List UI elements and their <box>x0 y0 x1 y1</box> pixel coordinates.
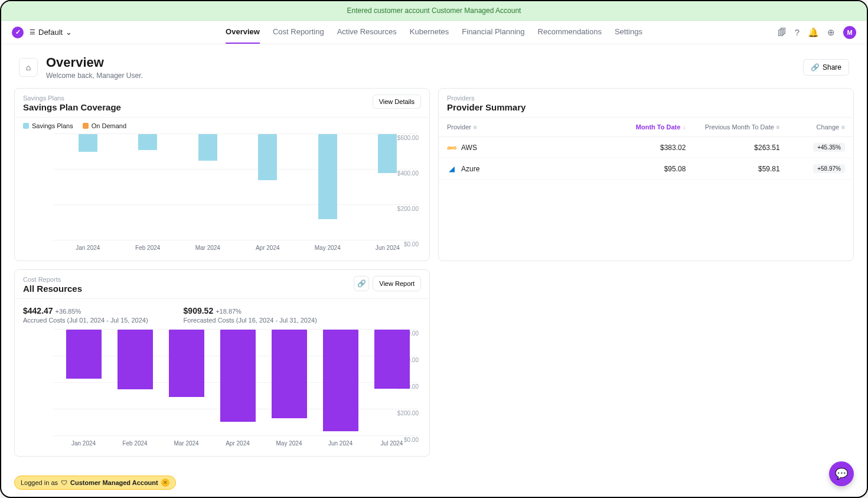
bell-icon[interactable]: 🔔 <box>808 27 819 38</box>
legend-swatch <box>83 123 89 129</box>
nav-settings[interactable]: Settings <box>615 21 642 44</box>
x-label: May 2024 <box>276 440 302 447</box>
home-icon[interactable]: ⌂ <box>19 58 38 77</box>
bar[interactable] <box>378 134 397 173</box>
help-icon[interactable]: ? <box>795 27 800 37</box>
bar[interactable] <box>79 134 97 152</box>
x-label: Jun 2024 <box>376 245 400 251</box>
bar[interactable] <box>138 134 157 150</box>
workspace-selector[interactable]: ☰ Default ⌄ <box>30 28 72 37</box>
nav-cost-reporting[interactable]: Cost Reporting <box>273 21 324 44</box>
link-icon: 🔗 <box>811 63 820 71</box>
stat-sub: Accrued Costs (Jul 01, 2024 - Jul 15, 20… <box>23 317 148 324</box>
chat-fab[interactable]: 💬 <box>829 461 854 486</box>
page-subtitle: Welcome back, Manager User. <box>46 71 143 80</box>
bar-col: Jul 2024 <box>366 330 417 436</box>
column-header[interactable]: Change≡ <box>780 123 845 131</box>
nav-active-resources[interactable]: Active Resources <box>337 21 397 44</box>
mtd-value: $383.02 <box>592 144 686 152</box>
nav-financial-planning[interactable]: Financial Planning <box>462 21 524 44</box>
bar[interactable] <box>220 330 256 422</box>
provider-name: AWS <box>461 144 477 152</box>
page-title: Overview <box>46 55 143 70</box>
clipboard-icon[interactable]: 🗐 <box>778 27 787 37</box>
bars-group: Jan 2024Feb 2024Mar 2024Apr 2024May 2024… <box>58 330 417 436</box>
x-label: Mar 2024 <box>195 245 220 251</box>
card-title: Provider Summary <box>447 102 526 112</box>
chat-icon: 💬 <box>835 467 848 480</box>
add-icon[interactable]: ⊕ <box>827 27 835 38</box>
page-header: ⌂ Overview Welcome back, Manager User. 🔗… <box>1 44 867 88</box>
column-header[interactable]: Previous Month To Date≡ <box>686 123 779 131</box>
provider-row[interactable]: ◢Azure $95.08 $59.81 +58.97% <box>439 158 853 180</box>
bar-col: Mar 2024 <box>161 330 212 436</box>
legend-label: On Demand <box>92 122 126 129</box>
sort-icon: ≡ <box>474 124 477 131</box>
savings-chart: $0.00$200.00$400.00$600.00Jan 2024Feb 20… <box>15 129 429 261</box>
aws-icon: aws <box>447 144 456 152</box>
change-badge: +45.35% <box>813 143 845 152</box>
provider-row[interactable]: awsAWS $383.02 $263.51 +45.35% <box>439 137 853 158</box>
shield-icon: 🛡 <box>61 479 67 486</box>
legend-item: Savings Plans <box>23 122 73 129</box>
sort-icon: ≡ <box>776 124 780 131</box>
link-copy-button[interactable]: 🔗 <box>354 276 369 291</box>
nav-kubernetes[interactable]: Kubernetes <box>410 21 449 44</box>
bar[interactable] <box>66 330 102 379</box>
view-details-button[interactable]: View Details <box>373 95 421 109</box>
x-label: Apr 2024 <box>256 245 280 251</box>
bar[interactable] <box>169 330 204 397</box>
workspace-name: Default <box>38 28 63 37</box>
column-header[interactable]: Month To Date↓ <box>592 123 686 131</box>
user-avatar[interactable]: M <box>843 26 856 39</box>
nav-recommendations[interactable]: Recommendations <box>538 21 602 44</box>
mtd-value: $95.08 <box>592 165 686 173</box>
change-badge: +58.97% <box>813 164 845 173</box>
logged-in-as-pill: Logged in as 🛡 Customer Managed Account … <box>14 476 176 490</box>
login-as-account: Customer Managed Account <box>70 479 158 486</box>
view-report-button[interactable]: View Report <box>373 276 421 291</box>
bar-col: Feb 2024 <box>109 330 161 436</box>
sort-icon: ↓ <box>683 124 686 131</box>
stat-value: $909.52 <box>184 306 214 315</box>
x-label: Feb 2024 <box>135 245 160 251</box>
bars-group: Jan 2024Feb 2024Mar 2024Apr 2024May 2024… <box>58 134 417 240</box>
chart-legend: Savings PlansOn Demand <box>15 118 429 129</box>
bar-col: Feb 2024 <box>118 134 178 240</box>
bar[interactable] <box>258 134 277 180</box>
nav-overview[interactable]: Overview <box>226 21 260 44</box>
stat-delta: +18.87% <box>216 308 242 315</box>
column-header[interactable]: Provider≡ <box>447 123 592 131</box>
main-nav: OverviewCost ReportingActive ResourcesKu… <box>226 21 642 44</box>
bar[interactable] <box>374 330 410 389</box>
x-label: Jan 2024 <box>76 245 100 251</box>
provider-summary-card: Providers Provider Summary Provider≡Mont… <box>438 88 854 261</box>
card-title: All Resources <box>23 284 82 294</box>
bar[interactable] <box>323 330 358 431</box>
share-button[interactable]: 🔗 Share <box>803 59 849 76</box>
bar-col: May 2024 <box>263 330 315 436</box>
app-logo[interactable]: ✓ <box>12 27 24 38</box>
cost-reports-card: Cost Reports All Resources 🔗 View Report… <box>14 269 430 457</box>
y-tick: $0.00 <box>404 437 419 443</box>
close-icon[interactable]: ✕ <box>161 479 169 487</box>
legend-label: Savings Plans <box>32 122 73 129</box>
bar[interactable] <box>118 330 153 389</box>
savings-plan-card: Savings Plans Savings Plan Coverage View… <box>14 88 430 261</box>
bar-col: Jan 2024 <box>58 134 118 240</box>
bar[interactable] <box>272 330 307 418</box>
report-stats: $442.47+36.85% Accrued Costs (Jul 01, 20… <box>15 299 429 325</box>
bar-col: May 2024 <box>298 134 358 240</box>
bar[interactable] <box>198 134 217 161</box>
stack-icon: ☰ <box>30 28 35 36</box>
stat-block: $442.47+36.85% Accrued Costs (Jul 01, 20… <box>23 306 148 324</box>
card-eyebrow: Savings Plans <box>23 95 121 102</box>
provider-table-header: Provider≡Month To Date↓Previous Month To… <box>439 118 853 137</box>
provider-name: Azure <box>461 165 479 173</box>
azure-icon: ◢ <box>447 165 456 173</box>
bar-col: Apr 2024 <box>212 330 263 436</box>
x-label: Mar 2024 <box>174 440 198 447</box>
x-label: May 2024 <box>315 245 341 251</box>
share-label: Share <box>823 63 841 71</box>
bar[interactable] <box>318 134 337 219</box>
